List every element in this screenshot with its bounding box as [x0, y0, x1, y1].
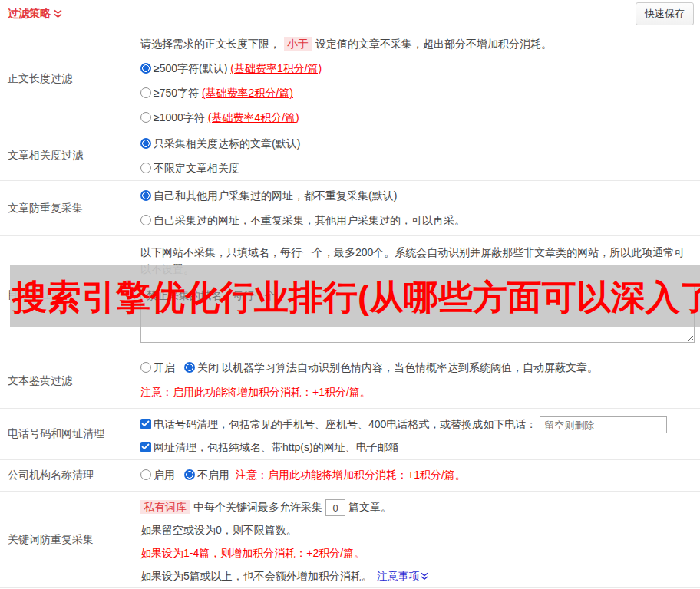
row-company-name-clean: 公司机构名称清理 启用不启用 注意：启用此功能将增加积分消耗：+1积分/篇。 [0, 460, 700, 492]
radio-on-icon[interactable] [184, 362, 195, 373]
option-label: 网址清理，包括纯域名、带http(s)的网址、电子邮箱 [154, 441, 399, 453]
content-length-options: 请选择需求的正文长度下限，小于设定值的文章不采集，超出部分不增加积分消耗。 ≥5… [140, 28, 700, 130]
radio-off-icon[interactable] [140, 362, 151, 373]
company-clean-note: 注意：启用此功能将增加积分消耗：+1积分/篇。 [236, 469, 466, 482]
radio-option-min750[interactable]: ≥750字符 (基础费率2积分/篇) [140, 85, 694, 101]
checkbox-option-url-clean[interactable]: 网址清理，包括纯域名、带http(s)的网址、电子邮箱 [140, 438, 694, 456]
porn-filter-note: 注意：启用此功能将增加积分消耗：+1积分/篇。 [140, 384, 694, 400]
phone-replace-input[interactable] [540, 416, 667, 433]
radio-off-icon[interactable] [140, 87, 151, 98]
label-relevance-filter: 文章相关度过滤 [0, 130, 140, 180]
radio-on-icon[interactable] [140, 63, 151, 74]
option-label: ≥500字符(默认) [154, 62, 227, 74]
collapse-chevron-icon [54, 9, 62, 18]
option-label: 关闭 [197, 361, 219, 373]
private-thesaurus-highlight: 私有词库 [140, 500, 190, 514]
keyword-note-unlimited: 如果留空或设为0，则不限篇数。 [140, 522, 694, 538]
radio-off-icon[interactable] [140, 215, 151, 225]
label-phone-url-clean: 电话号码和网址清理 [0, 409, 140, 459]
option-label: 电话号码清理，包括常见的手机号、座机号、400电话格式，或替换成如下电话： [154, 418, 537, 430]
keyword-limit-unit: 篇文章。 [348, 501, 391, 513]
target-url-content: 以下网站不采集，只填域名，每行一个，最多200个。系统会自动识别并屏蔽那些非文章… [140, 236, 700, 354]
option-label: 不启用 [197, 469, 229, 481]
radio-off-icon[interactable] [140, 469, 151, 480]
filter-strategy-page: 过滤策略 快速保存 正文长度过滤 请选择需求的正文长度下限，小于设定值的文章不采… [0, 0, 700, 589]
keyword-limit-text: 中每个关键词最多允许采集 [193, 501, 322, 513]
keyword-dedup-content: 私有词库中每个关键词最多允许采集篇文章。 如果留空或设为0，则不限篇数。 如果设… [140, 492, 700, 587]
filter-strategy-title[interactable]: 过滤策略 [8, 7, 62, 21]
filter-strategy-title-label: 过滤策略 [8, 7, 51, 21]
checkbox-checked-icon[interactable] [140, 419, 151, 429]
radio-option-company-on[interactable]: 启用 [140, 469, 175, 482]
option-label: 不限定文章相关度 [154, 162, 239, 174]
radio-on-icon[interactable] [140, 138, 151, 149]
row-dedup-collect: 文章防重复采集 自己和其他用户采集过的网址，都不重复采集(默认) 自己采集过的网… [0, 181, 700, 236]
row-porn-text-filter: 文本鉴黄过滤 开启关闭 以机器学习算法自动识别色情内容，当色情概率达到系统阈值，… [0, 354, 700, 409]
option-label: 开启 [154, 361, 175, 373]
keyword-note-cost: 如果设为1-4篇，则增加积分消耗：+2积分/篇。 [140, 545, 694, 561]
row-content-length-filter: 正文长度过滤 请选择需求的正文长度下限，小于设定值的文章不采集，超出部分不增加积… [0, 28, 700, 130]
notice-link-label: 注意事项 [377, 568, 420, 584]
radio-option-relevance-only[interactable]: 只采集相关度达标的文章(默认) [140, 136, 694, 152]
keyword-note-extra-text: 如果设为5篇或以上，也不会额外增加积分消耗。 [140, 570, 372, 582]
radio-on-icon[interactable] [140, 190, 151, 201]
content-length-intro: 请选择需求的正文长度下限，小于设定值的文章不采集，超出部分不增加积分消耗。 [140, 36, 694, 52]
label-keyword-dedup: 关键词防重复采集 [0, 492, 140, 587]
intro-highlight-lessthan: 小于 [284, 37, 312, 51]
option-fee: (基础费率4积分/篇) [208, 111, 299, 123]
row-keyword-dedup: 关键词防重复采集 私有词库中每个关键词最多允许采集篇文章。 如果留空或设为0，则… [0, 492, 700, 588]
checkbox-checked-icon[interactable] [140, 442, 151, 452]
keyword-limit-input[interactable] [325, 499, 345, 516]
dedup-options: 自己和其他用户采集过的网址，都不重复采集(默认) 自己采集过的网址，不重复采集，… [140, 181, 700, 235]
radio-on-icon[interactable] [184, 469, 195, 480]
radio-option-company-off[interactable]: 不启用 [184, 469, 229, 482]
radio-option-min1000[interactable]: ≥1000字符 (基础费率4积分/篇) [140, 110, 694, 126]
radio-option-porn-on[interactable]: 开启 [140, 361, 175, 373]
radio-option-relevance-any[interactable]: 不限定文章相关度 [140, 160, 694, 176]
option-label: 只采集相关度达标的文章(默认) [154, 137, 300, 150]
intro-post: 设定值的文章不采集，超出部分不增加积分消耗。 [315, 38, 552, 50]
radio-off-icon[interactable] [140, 112, 151, 123]
company-clean-options: 启用不启用 注意：启用此功能将增加积分消耗：+1积分/篇。 [140, 460, 700, 491]
page-header: 过滤策略 快速保存 [0, 0, 700, 28]
label-dedup-collect: 文章防重复采集 [0, 181, 140, 235]
row-phone-url-clean: 电话号码和网址清理 电话号码清理，包括常见的手机号、座机号、400电话格式，或替… [0, 409, 700, 460]
checkbox-option-phone-clean[interactable]: 电话号码清理，包括常见的手机号、座机号、400电话格式，或替换成如下电话： [140, 415, 694, 433]
domain-blacklist-textarea[interactable] [140, 285, 695, 343]
keyword-note-extra: 如果设为5篇或以上，也不会额外增加积分消耗。注意事项 [140, 568, 694, 584]
label-porn-text-filter: 文本鉴黄过滤 [0, 354, 140, 408]
option-label: 自己采集过的网址，不重复采集，其他用户采集过的，可以再采。 [154, 214, 465, 226]
option-label: ≥750字符 [154, 87, 199, 99]
radio-off-icon[interactable] [140, 163, 151, 173]
notice-chevron-icon [421, 572, 429, 581]
option-label: ≥1000字符 [154, 111, 205, 123]
radio-option-dedup-self[interactable]: 自己采集过的网址，不重复采集，其他用户采集过的，可以再采。 [140, 212, 694, 229]
label-content-length-filter: 正文长度过滤 [0, 28, 140, 130]
intro-pre: 请选择需求的正文长度下限， [140, 38, 280, 50]
clean-options: 电话号码清理，包括常见的手机号、座机号、400电话格式，或替换成如下电话： 网址… [140, 409, 700, 459]
radio-option-min500[interactable]: ≥500字符(默认) (基础费率1积分/篇) [140, 61, 694, 77]
row-relevance-filter: 文章相关度过滤 只采集相关度达标的文章(默认) 不限定文章相关度 [0, 130, 700, 181]
label-company-name-clean: 公司机构名称清理 [0, 460, 140, 491]
notice-link[interactable]: 注意事项 [377, 568, 429, 584]
porn-filter-options: 开启关闭 以机器学习算法自动识别色情内容，当色情概率达到系统阈值，自动屏蔽文章。… [140, 354, 700, 408]
option-label: 自己和其他用户采集过的网址，都不重复采集(默认) [154, 189, 397, 202]
option-fee: (基础费率2积分/篇) [202, 87, 293, 99]
option-label: 启用 [154, 469, 175, 481]
option-fee: (基础费率1积分/篇) [230, 62, 322, 74]
relevance-options: 只采集相关度达标的文章(默认) 不限定文章相关度 [140, 130, 700, 180]
radio-option-porn-off[interactable]: 关闭 [184, 361, 219, 373]
radio-option-dedup-all[interactable]: 自己和其他用户采集过的网址，都不重复采集(默认) [140, 188, 694, 204]
porn-filter-description: 以机器学习算法自动识别色情内容，当色情概率达到系统阈值，自动屏蔽文章。 [222, 361, 598, 373]
quick-save-button[interactable]: 快速保存 [636, 2, 694, 25]
